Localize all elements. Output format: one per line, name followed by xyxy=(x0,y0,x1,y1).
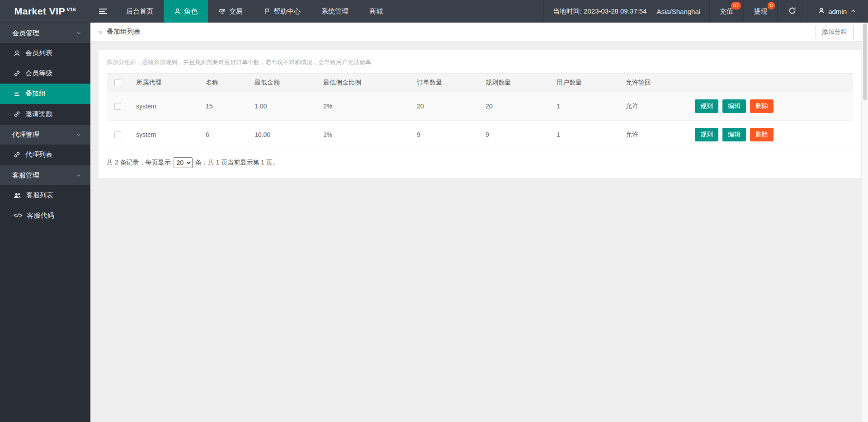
recharge-button[interactable]: 充值 87 xyxy=(709,0,743,23)
sidebar-item-stack-group[interactable]: 叠加组 xyxy=(0,84,90,104)
sidebar-item-label: 邀请奖励 xyxy=(25,110,52,118)
cell-min-commission: 2% xyxy=(316,92,409,121)
app-root: Market VIPV16 后台首页 角色 交易 xyxy=(0,0,868,422)
sidebar-item-label: 代理列表 xyxy=(25,150,52,159)
refresh-icon xyxy=(788,7,796,16)
page-size-select[interactable]: 20 xyxy=(174,157,193,168)
recharge-label: 充值 xyxy=(720,7,733,16)
table-row: system 6 10.00 1% 9 9 1 允许 规则 编辑 删除 xyxy=(107,121,853,149)
delete-button[interactable]: 删除 xyxy=(750,99,774,113)
sidebar-item-label: 会员等级 xyxy=(25,69,52,78)
chevron-down-icon xyxy=(76,30,81,36)
sidebar-section-label: 客服管理 xyxy=(12,171,39,180)
breadcrumb-icon: » xyxy=(99,28,103,36)
nav-item-label: 帮助中心 xyxy=(274,7,301,16)
cell-allow-loop: 允许 xyxy=(618,121,687,149)
rule-button[interactable]: 规则 xyxy=(695,128,718,141)
chevron-up-icon xyxy=(850,8,856,15)
sidebar-item-agent-list[interactable]: 代理列表 xyxy=(0,145,90,165)
sidebar-item-member-level[interactable]: 会员等级 xyxy=(0,63,90,84)
sidebar-item-member-list[interactable]: 会员列表 xyxy=(0,43,90,63)
nav-item-roles[interactable]: 角色 xyxy=(164,0,208,23)
cell-order-count: 20 xyxy=(409,92,478,121)
cell-user-count: 1 xyxy=(549,121,618,149)
scrollbar-thumb[interactable] xyxy=(863,23,867,100)
list-icon xyxy=(14,90,20,97)
cell-name: 6 xyxy=(198,121,247,149)
nav-item-label: 交易 xyxy=(229,7,243,16)
local-time-block: 当地时间: 2023-03-28 09:37:54 Asia/Shanghai xyxy=(543,0,709,23)
table-row: system 15 1.00 2% 20 20 1 允许 规则 编辑 删除 xyxy=(107,92,853,121)
cell-agent: system xyxy=(128,92,198,121)
sidebar-item-support-code[interactable]: </> 客服代码 xyxy=(0,206,90,226)
sidebar-section-label: 代理管理 xyxy=(12,131,39,139)
sidebar-item-support-list[interactable]: 客服列表 xyxy=(0,185,90,206)
code-icon: </> xyxy=(14,213,22,219)
withdraw-label: 提现 xyxy=(754,7,767,16)
col-user-count: 用户数量 xyxy=(549,74,618,92)
sidebar-section-agents[interactable]: 代理管理 xyxy=(0,124,90,145)
hint-text: 添加分组后，必须添加规则，并且规则需要对应好订单个数，若出现不对称情况，会导致用… xyxy=(107,58,853,66)
groups-table: 所属代理 名称 最低金额 最低佣金比例 订单数量 规则数量 用户数量 允许轮回 … xyxy=(107,73,853,149)
admin-menu[interactable]: admin xyxy=(807,0,868,23)
row-checkbox[interactable] xyxy=(114,131,121,138)
col-allow-loop: 允许轮回 xyxy=(618,74,687,92)
sidebar-item-label: 会员列表 xyxy=(25,49,52,57)
nav-item-system[interactable]: 系统管理 xyxy=(311,0,359,23)
nav-item-label: 角色 xyxy=(184,7,198,16)
pagination-suffix: 条，共 1 页当前显示第 1 页。 xyxy=(195,159,279,167)
page-title: 叠加组列表 xyxy=(107,28,141,36)
select-all-checkbox[interactable] xyxy=(114,80,121,86)
rule-button[interactable]: 规则 xyxy=(695,99,718,113)
link-icon xyxy=(14,111,20,117)
cell-name: 15 xyxy=(198,92,247,121)
brand-logo: Market VIPV16 xyxy=(0,0,90,23)
sidebar-item-label: 客服列表 xyxy=(26,191,53,200)
sidebar-section-members[interactable]: 会员管理 xyxy=(0,23,90,43)
link-icon xyxy=(14,70,20,77)
row-checkbox[interactable] xyxy=(114,103,121,110)
sidebar-section-label: 会员管理 xyxy=(12,29,39,38)
pagination-prefix: 共 2 条记录，每页显示 xyxy=(107,159,171,167)
col-order-count: 订单数量 xyxy=(409,74,478,92)
nav-item-trade[interactable]: 交易 xyxy=(208,0,253,23)
cell-user-count: 1 xyxy=(549,92,618,121)
sidebar-item-invite-reward[interactable]: 邀请奖励 xyxy=(0,104,90,124)
chevron-down-icon xyxy=(76,173,81,178)
sidebar-item-label: 叠加组 xyxy=(25,89,46,98)
top-navbar: Market VIPV16 后台首页 角色 交易 xyxy=(0,0,868,23)
refresh-button[interactable] xyxy=(777,0,807,23)
sidebar-item-label: 客服代码 xyxy=(27,211,54,220)
sidebar: 会员管理 会员列表 会员等级 叠加组 邀请 xyxy=(0,23,90,422)
sidebar-toggle-icon[interactable] xyxy=(90,0,116,23)
cell-min-amount: 10.00 xyxy=(247,121,316,149)
flag-icon xyxy=(264,8,270,15)
table-header-row: 所属代理 名称 最低金额 最低佣金比例 订单数量 规则数量 用户数量 允许轮回 xyxy=(107,74,853,92)
admin-username: admin xyxy=(828,8,847,15)
col-name: 名称 xyxy=(198,74,247,92)
delete-button[interactable]: 删除 xyxy=(750,128,774,141)
col-rule-count: 规则数量 xyxy=(478,74,549,92)
cell-rule-count: 9 xyxy=(478,121,549,149)
cell-agent: system xyxy=(128,121,198,149)
cell-allow-loop: 允许 xyxy=(618,92,687,121)
col-agent: 所属代理 xyxy=(128,74,198,92)
edit-button[interactable]: 编辑 xyxy=(722,128,746,141)
withdraw-button[interactable]: 提现 0 xyxy=(743,0,777,23)
brand-version: V16 xyxy=(66,7,76,12)
nav-item-mall[interactable]: 商城 xyxy=(359,0,393,23)
nav-item-label: 后台首页 xyxy=(126,7,153,16)
cell-order-count: 9 xyxy=(409,121,478,149)
nav-item-dashboard[interactable]: 后台首页 xyxy=(116,0,164,23)
user-icon xyxy=(14,50,20,57)
col-min-amount: 最低金额 xyxy=(247,74,316,92)
nav-item-help[interactable]: 帮助中心 xyxy=(253,0,311,23)
edit-button[interactable]: 编辑 xyxy=(722,99,746,113)
add-group-button[interactable]: 添加分组 xyxy=(816,25,854,39)
main-nav: 后台首页 角色 交易 帮助中心 系统管理 xyxy=(116,0,393,23)
sidebar-section-support[interactable]: 客服管理 xyxy=(0,165,90,185)
scrollbar[interactable] xyxy=(862,23,868,422)
navbar-right: 当地时间: 2023-03-28 09:37:54 Asia/Shanghai … xyxy=(543,0,868,23)
cell-rule-count: 20 xyxy=(478,92,549,121)
user-icon xyxy=(174,8,181,15)
